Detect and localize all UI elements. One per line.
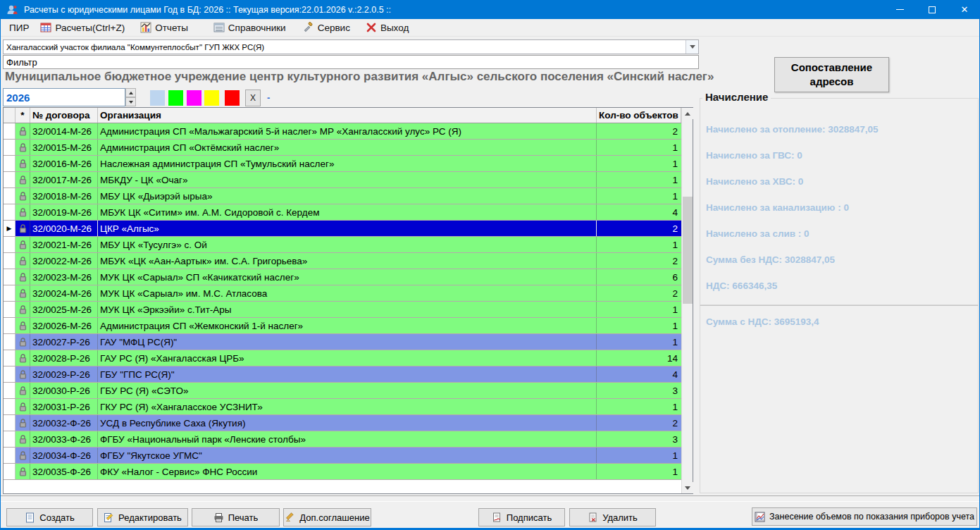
row-contract-number: 32/0014-М-26: [30, 123, 98, 139]
row-contract-number: 32/0033-Ф-26: [30, 431, 98, 447]
table-row[interactable]: 32/0019-М-26 МБУК ЦК «Ситим» им. А.М. Си…: [4, 204, 681, 221]
table-row[interactable]: 32/0029-Р-26 ГБУ "ГПС РС(Я)" 4: [4, 366, 681, 383]
filter-input[interactable]: [3, 55, 699, 69]
row-contract-number: 32/0015-М-26: [30, 140, 98, 155]
scroll-up-button[interactable]: [682, 108, 693, 119]
table-row[interactable]: 32/0027-Р-26 ГАУ "МФЦ РС(Я)" 1: [4, 334, 681, 350]
table-vertical-scrollbar[interactable]: [681, 108, 693, 493]
clear-highlight-button[interactable]: X: [245, 90, 261, 106]
row-contract-number: 32/0034-Ф-26: [30, 448, 98, 463]
header-contract-number[interactable]: № договора: [30, 108, 98, 123]
table-row[interactable]: 32/0024-М-26 МУК ЦК «Сарыал» им. М.С. Ат…: [4, 285, 681, 302]
table-row[interactable]: 32/0030-Р-26 ГБУ РС (Я) «СЭТО» 3: [4, 383, 681, 399]
row-organization: Администрация СП «Мальжагарский 5-й насл…: [98, 123, 597, 139]
lock-icon: [19, 208, 27, 217]
lock-icon: [19, 175, 27, 185]
lock-icon: [19, 451, 27, 460]
row-marker: ▶: [4, 221, 15, 236]
total-groupbox: [700, 305, 979, 493]
combo-dropdown-button[interactable]: [686, 40, 698, 54]
sign-button[interactable]: Подписать: [478, 508, 565, 526]
row-marker: [4, 431, 15, 447]
accrual-gvs: Начислено за ГВС: 0: [706, 150, 879, 163]
row-lock-cell: [15, 448, 30, 463]
maximize-button[interactable]: [916, 0, 948, 19]
table-row[interactable]: ▶ 32/0020-М-26 ЦКР «Алгыс» 2: [4, 221, 681, 237]
button-label: Создать: [39, 512, 74, 523]
row-object-count: 2: [597, 253, 681, 269]
table-row[interactable]: 32/0025-М-26 МУК ЦК «Эркээйи» с.Тит-Ары …: [4, 302, 681, 318]
highlight-green-swatch[interactable]: [168, 90, 183, 106]
table-row[interactable]: 32/0023-М-26 МУК ЦК «Сарыал» СП «Качикат…: [4, 269, 681, 285]
branch-select[interactable]: Хангаласский участок филиала "Коммунтепл…: [3, 39, 699, 54]
row-object-count: 14: [597, 350, 681, 366]
table-row[interactable]: 32/0018-М-26 МБУ ЦК «Дьиэрэй ырыа» 1: [4, 188, 681, 204]
row-contract-number: 32/0016-М-26: [30, 156, 98, 171]
exit-x-icon: [366, 22, 377, 33]
scrollbar-thumb[interactable]: [683, 197, 693, 304]
compare-addresses-button[interactable]: Сопоставление адресов: [774, 57, 889, 92]
header-lock-column[interactable]: *: [15, 108, 30, 123]
row-object-count: 2: [597, 285, 681, 301]
delete-button[interactable]: Удалить: [569, 508, 656, 526]
contracts-rows: 32/0014-М-26 Администрация СП «Мальжагар…: [4, 123, 681, 480]
additional-agreement-button[interactable]: Доп.соглашение: [283, 508, 371, 526]
menu-item-pir[interactable]: ПИР: [6, 19, 32, 37]
new-document-icon: [25, 512, 35, 523]
row-organization: ГКУ РС (Я) «Хангаласское УСЗНИТ»: [98, 399, 597, 414]
table-row[interactable]: 32/0035-Ф-26 ФКУ «Налог - Сервис» ФНС Ро…: [4, 464, 681, 480]
minimize-button[interactable]: [883, 0, 916, 19]
menu-label: Расчеты(Ctrl+Z): [55, 23, 125, 33]
year-down-button[interactable]: [125, 97, 136, 106]
row-organization: МБУК ЦК «Ситим» им. А.М. Сидоровой с. Ке…: [98, 204, 597, 220]
table-row[interactable]: 32/0014-М-26 Администрация СП «Мальжагар…: [4, 123, 681, 140]
highlight-red-swatch[interactable]: [225, 90, 240, 106]
table-row[interactable]: 32/0021-М-26 МБУ ЦК «Тусулгэ» с. Ой 1: [4, 237, 681, 253]
row-object-count: 1: [597, 464, 681, 479]
edit-button[interactable]: Редактировать: [97, 508, 188, 526]
menu-item-servis[interactable]: Сервис: [300, 19, 353, 37]
highlight-magenta-swatch[interactable]: [187, 90, 201, 106]
header-object-count[interactable]: Кол-во объектов: [597, 108, 681, 123]
row-lock-cell: [15, 318, 30, 333]
button-label: Печать: [228, 512, 259, 523]
menu-label: Выход: [380, 23, 409, 33]
table-row[interactable]: 32/0015-М-26 Администрация СП «Октёмский…: [4, 140, 681, 156]
menu-item-raschety[interactable]: Расчеты(Ctrl+Z): [37, 19, 128, 37]
year-input[interactable]: [3, 88, 125, 106]
print-button[interactable]: Печать: [192, 508, 280, 526]
table-row[interactable]: 32/0028-Р-26 ГАУ РС (Я) «Хангаласская ЦР…: [4, 350, 681, 366]
table-row[interactable]: 32/0017-М-26 МБКДУ - ЦК «Очаг» 1: [4, 172, 681, 188]
enter-meter-volumes-button[interactable]: Занесение объемов по показания приборов …: [752, 507, 977, 526]
row-lock-cell: [15, 140, 30, 155]
row-contract-number: 32/0018-М-26: [30, 188, 98, 204]
table-row[interactable]: 32/0026-М-26 Администрация СП «Жемконски…: [4, 318, 681, 334]
table-row[interactable]: 32/0022-М-26 МБУК «ЦК «Аан-Аартык» им. С…: [4, 253, 681, 269]
row-organization: ГБУ "ГПС РС(Я)": [98, 366, 597, 382]
menu-item-otchety[interactable]: Отчеты: [137, 19, 191, 37]
year-up-button[interactable]: [125, 88, 136, 97]
scroll-down-button[interactable]: [682, 482, 693, 493]
highlight-lightblue-swatch[interactable]: [150, 90, 165, 106]
row-lock-cell: [15, 431, 30, 447]
accrual-heating: Начислено за отопление: 3028847,05: [706, 124, 879, 137]
close-button[interactable]: ✕: [948, 0, 980, 19]
table-row[interactable]: 32/0034-Ф-26 ФГБУ "Якутское УГМС" 1: [4, 448, 681, 464]
create-button[interactable]: Создать: [6, 508, 93, 526]
highlight-yellow-swatch[interactable]: [204, 90, 219, 106]
table-row[interactable]: 32/0031-Р-26 ГКУ РС (Я) «Хангаласское УС…: [4, 399, 681, 415]
menu-item-vykhod[interactable]: Выход: [363, 19, 411, 37]
row-marker: [4, 285, 15, 301]
row-organization: МУК ЦК «Сарыал» им. М.С. Атласова: [98, 285, 597, 301]
menu-item-spravochniki[interactable]: Справочники: [211, 19, 289, 37]
row-lock-cell: [15, 399, 30, 414]
header-organization[interactable]: Организация: [98, 108, 597, 123]
row-organization: МБУ ЦК «Дьиэрэй ырыа»: [98, 188, 597, 204]
table-row[interactable]: 32/0032-Ф-26 УСД в Республике Саха (Якут…: [4, 415, 681, 431]
accrual-lines: Начислено за отопление: 3028847,05 Начис…: [706, 124, 879, 307]
button-label: Занесение объемов по показания приборов …: [769, 512, 974, 522]
horizontal-splitter[interactable]: [1, 495, 980, 502]
table-row[interactable]: 32/0033-Ф-26 ФГБУ «Национальный парк «Ле…: [4, 431, 681, 448]
table-row[interactable]: 32/0016-М-26 Наслежная администрация СП …: [4, 156, 681, 172]
lock-icon: [19, 224, 27, 233]
